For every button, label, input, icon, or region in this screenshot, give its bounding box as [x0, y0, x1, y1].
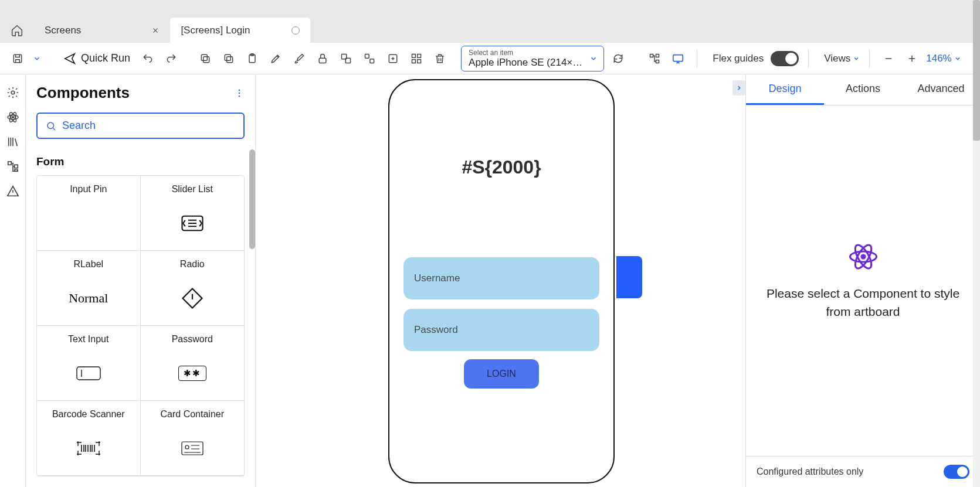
- svg-rect-20: [673, 55, 683, 61]
- warning-icon[interactable]: [5, 183, 21, 199]
- svg-point-30: [239, 92, 240, 93]
- svg-rect-16: [418, 59, 421, 63]
- component-slider-list[interactable]: Slider List: [141, 176, 245, 251]
- refresh-button[interactable]: [609, 49, 628, 68]
- artboard-handle[interactable]: [616, 256, 642, 298]
- layout-button[interactable]: [407, 49, 426, 68]
- component-password[interactable]: Password ✱✱: [141, 326, 245, 401]
- component-card-container[interactable]: Card Container: [141, 401, 245, 476]
- tab-label: Screens: [45, 25, 81, 36]
- quick-run-button[interactable]: Quick Run: [60, 52, 134, 65]
- icon-rail: [0, 74, 26, 487]
- configured-attrs-label: Configured attributes only: [757, 466, 863, 477]
- tab-screens[interactable]: Screens: [34, 18, 170, 43]
- edit-button[interactable]: [266, 49, 285, 68]
- device-select[interactable]: Select an item Apple iPhone SE (214×…: [461, 46, 604, 71]
- window-scrollbar[interactable]: [973, 0, 980, 487]
- configured-attrs-toggle[interactable]: [944, 465, 969, 479]
- tree-button[interactable]: [645, 49, 664, 68]
- atom-icon[interactable]: [5, 110, 21, 125]
- search-input[interactable]: [62, 120, 235, 132]
- barcode-icon: [76, 429, 101, 467]
- brush-button[interactable]: [290, 49, 308, 68]
- undo-button[interactable]: [138, 49, 157, 68]
- slider-list-icon: [180, 204, 205, 242]
- svg-rect-35: [182, 442, 203, 455]
- chevron-down-icon[interactable]: [32, 55, 42, 63]
- component-input-pin[interactable]: Input Pin: [37, 176, 141, 251]
- svg-point-29: [239, 89, 240, 90]
- component-radio[interactable]: Radio: [141, 251, 245, 326]
- copy-button[interactable]: [196, 49, 215, 68]
- paste-button[interactable]: [243, 49, 262, 68]
- svg-rect-34: [77, 367, 100, 380]
- tab-design[interactable]: Design: [746, 74, 824, 105]
- svg-rect-11: [370, 59, 374, 63]
- atom-icon: [847, 241, 879, 273]
- group-button[interactable]: [337, 49, 355, 68]
- search-box[interactable]: [36, 113, 245, 139]
- svg-rect-1: [204, 56, 209, 62]
- components-title: Components: [36, 84, 130, 102]
- save-button[interactable]: [8, 49, 27, 68]
- device-preview-button[interactable]: [669, 49, 687, 68]
- lock-button[interactable]: [313, 49, 332, 68]
- component-barcode-scanner[interactable]: Barcode Scanner: [37, 401, 141, 476]
- components-menu-icon[interactable]: [234, 88, 245, 98]
- zoom-out-button[interactable]: [879, 49, 898, 68]
- toggle-switch[interactable]: [771, 51, 799, 66]
- scrollbar-thumb[interactable]: [973, 0, 980, 141]
- svg-rect-17: [650, 54, 653, 57]
- svg-rect-15: [412, 59, 416, 63]
- chevron-down-icon: [954, 55, 961, 62]
- component-text-input[interactable]: Text Input: [37, 326, 141, 401]
- collapse-right-icon[interactable]: [733, 80, 745, 96]
- svg-rect-0: [13, 55, 21, 62]
- svg-rect-3: [227, 56, 233, 62]
- add-button[interactable]: [384, 49, 402, 68]
- tab-advanced[interactable]: Advanced: [902, 74, 980, 105]
- svg-point-25: [12, 117, 13, 118]
- svg-rect-2: [201, 55, 207, 60]
- zoom-dropdown[interactable]: 146%: [926, 53, 961, 64]
- section-form-label: Form: [36, 155, 245, 168]
- text-input-icon: [76, 354, 101, 392]
- home-button[interactable]: [0, 18, 34, 43]
- device-select-label: Select an item: [469, 49, 582, 57]
- close-icon[interactable]: [151, 26, 160, 35]
- redo-button[interactable]: [162, 49, 181, 68]
- views-dropdown[interactable]: Views: [824, 53, 860, 64]
- tab-screens-login[interactable]: [Screens] Login: [170, 18, 310, 43]
- svg-rect-13: [412, 54, 416, 57]
- login-button[interactable]: LOGIN: [464, 359, 539, 389]
- device-select-value: Apple iPhone SE (214×…: [469, 57, 582, 69]
- username-field[interactable]: Username: [403, 257, 599, 299]
- chevron-down-icon: [853, 55, 860, 62]
- scrollbar-thumb[interactable]: [249, 149, 255, 249]
- svg-rect-14: [418, 54, 421, 57]
- artboard[interactable]: #S{2000} Username Password LOGIN: [388, 79, 615, 483]
- settings-icon[interactable]: [5, 85, 21, 100]
- chevron-down-icon: [589, 55, 598, 63]
- flex-guides-label: Flex guides: [713, 53, 764, 64]
- ungroup-button[interactable]: [360, 49, 379, 68]
- radio-icon: [179, 279, 205, 317]
- tree-icon[interactable]: [5, 159, 21, 174]
- right-panel-body: Please select a Component to style from …: [746, 105, 980, 456]
- tab-label: [Screens] Login: [181, 25, 250, 36]
- component-rlabel[interactable]: RLabel Normal: [37, 251, 141, 326]
- delete-button[interactable]: [430, 49, 449, 68]
- cut-button[interactable]: [219, 49, 238, 68]
- tabs-row: Screens [Screens] Login: [0, 18, 980, 43]
- flex-guides-toggle[interactable]: Flex guides: [713, 51, 799, 66]
- quick-run-label: Quick Run: [81, 52, 130, 64]
- tab-status-icon: [291, 26, 300, 35]
- tab-actions[interactable]: Actions: [824, 74, 902, 105]
- login-label: LOGIN: [487, 369, 516, 379]
- canvas-area[interactable]: #S{2000} Username Password LOGIN: [256, 74, 745, 487]
- zoom-in-button[interactable]: [903, 49, 921, 68]
- library-icon[interactable]: [5, 134, 21, 149]
- svg-rect-10: [365, 54, 369, 58]
- username-placeholder: Username: [414, 273, 460, 284]
- password-field[interactable]: Password: [403, 309, 599, 351]
